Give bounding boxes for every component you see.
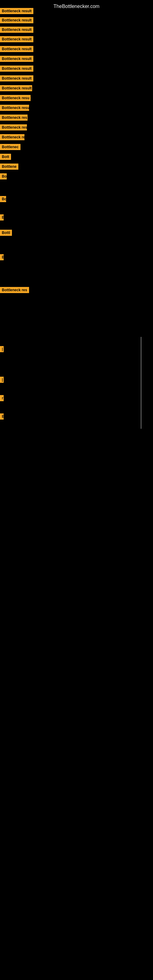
vertical-line-2 [141, 398, 141, 429]
bottleneck-badge-4[interactable]: Bottleneck result [0, 46, 33, 52]
bottleneck-badge-23[interactable]: | [0, 346, 4, 352]
bottleneck-badge-11[interactable]: Bottleneck res [0, 115, 27, 121]
bottleneck-badge-14[interactable]: Bottlenec [0, 144, 21, 150]
bottleneck-badge-20[interactable]: Bottl [0, 230, 12, 236]
bottleneck-badge-17[interactable]: Bo [0, 173, 7, 180]
bottleneck-badge-21[interactable]: B [0, 254, 4, 260]
bottleneck-badge-13[interactable]: Bottleneck re [0, 134, 24, 140]
bottleneck-badge-5[interactable]: Bottleneck result [0, 56, 33, 62]
bottleneck-badge-12[interactable]: Bottleneck res [0, 124, 27, 130]
bottleneck-badge-25[interactable]: r [0, 395, 4, 401]
bottleneck-badge-6[interactable]: Bottleneck result [0, 65, 33, 72]
bottleneck-badge-16[interactable]: Bottlene [0, 164, 18, 170]
bottleneck-badge-2[interactable]: Bottleneck result [0, 27, 33, 33]
bottleneck-badge-0[interactable]: Bottleneck result [0, 8, 33, 14]
bottleneck-badge-24[interactable]: | [0, 377, 4, 383]
bottleneck-badge-26[interactable]: B [0, 414, 4, 420]
bottleneck-badge-7[interactable]: Bottleneck result [0, 75, 33, 81]
bottleneck-badge-3[interactable]: Bottleneck result [0, 36, 33, 42]
bottleneck-badge-8[interactable]: Bottleneck result [0, 85, 32, 91]
bottleneck-badge-10[interactable]: Bottleneck resu [0, 105, 29, 111]
bottleneck-badge-15[interactable]: Bott [0, 154, 11, 160]
bottleneck-badge-19[interactable]: B [0, 215, 4, 221]
bottleneck-badge-9[interactable]: Bottleneck resu [0, 95, 30, 101]
bottleneck-badge-18[interactable]: Bo [0, 196, 6, 202]
bottleneck-badge-1[interactable]: Bottleneck result [0, 17, 33, 23]
bottleneck-badge-22[interactable]: Bottleneck res [0, 287, 29, 293]
